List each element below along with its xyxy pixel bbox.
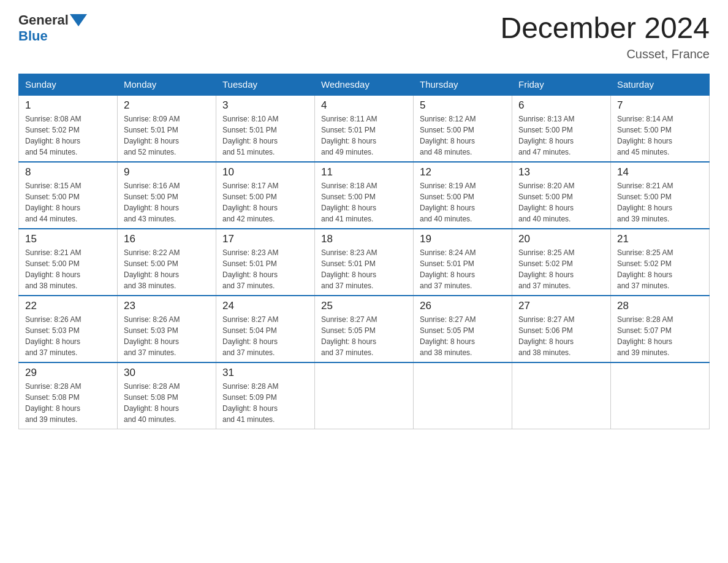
- day-info: Sunrise: 8:27 AMSunset: 5:05 PMDaylight:…: [321, 314, 407, 358]
- day-number: 5: [420, 99, 506, 112]
- day-info: Sunrise: 8:28 AMSunset: 5:08 PMDaylight:…: [25, 381, 111, 425]
- calendar-cell: 24Sunrise: 8:27 AMSunset: 5:04 PMDayligh…: [216, 296, 315, 362]
- day-info: Sunrise: 8:23 AMSunset: 5:01 PMDaylight:…: [222, 247, 308, 291]
- day-info: Sunrise: 8:28 AMSunset: 5:09 PMDaylight:…: [222, 381, 308, 425]
- calendar-cell: [611, 362, 710, 429]
- day-info: Sunrise: 8:21 AMSunset: 5:00 PMDaylight:…: [617, 180, 703, 224]
- day-info: Sunrise: 8:15 AMSunset: 5:00 PMDaylight:…: [25, 180, 111, 224]
- weekday-header-friday: Friday: [512, 74, 611, 95]
- day-number: 6: [518, 99, 604, 112]
- day-info: Sunrise: 8:11 AMSunset: 5:01 PMDaylight:…: [321, 113, 407, 158]
- day-info: Sunrise: 8:28 AMSunset: 5:08 PMDaylight:…: [124, 381, 210, 425]
- week-row-4: 22Sunrise: 8:26 AMSunset: 5:03 PMDayligh…: [19, 296, 710, 362]
- week-row-2: 8Sunrise: 8:15 AMSunset: 5:00 PMDaylight…: [19, 162, 710, 229]
- day-info: Sunrise: 8:09 AMSunset: 5:01 PMDaylight:…: [124, 113, 210, 158]
- week-row-1: 1Sunrise: 8:08 AMSunset: 5:02 PMDaylight…: [19, 95, 710, 162]
- calendar-cell: 28Sunrise: 8:28 AMSunset: 5:07 PMDayligh…: [611, 296, 710, 362]
- day-info: Sunrise: 8:21 AMSunset: 5:00 PMDaylight:…: [25, 247, 111, 291]
- day-number: 18: [321, 233, 407, 245]
- weekday-header-saturday: Saturday: [611, 74, 710, 95]
- day-info: Sunrise: 8:10 AMSunset: 5:01 PMDaylight:…: [222, 113, 308, 158]
- day-number: 21: [617, 233, 703, 245]
- calendar-cell: 9Sunrise: 8:16 AMSunset: 5:00 PMDaylight…: [118, 162, 216, 229]
- day-number: 17: [222, 233, 308, 245]
- calendar-cell: 10Sunrise: 8:17 AMSunset: 5:00 PMDayligh…: [216, 162, 315, 229]
- day-number: 25: [321, 300, 407, 312]
- day-info: Sunrise: 8:27 AMSunset: 5:04 PMDaylight:…: [222, 314, 308, 358]
- calendar-cell: 11Sunrise: 8:18 AMSunset: 5:00 PMDayligh…: [315, 162, 414, 229]
- day-info: Sunrise: 8:26 AMSunset: 5:03 PMDaylight:…: [25, 314, 111, 358]
- day-info: Sunrise: 8:28 AMSunset: 5:07 PMDaylight:…: [617, 314, 703, 358]
- calendar-cell: 18Sunrise: 8:23 AMSunset: 5:01 PMDayligh…: [315, 229, 414, 296]
- day-number: 10: [222, 166, 308, 178]
- day-number: 13: [518, 166, 604, 178]
- calendar-cell: 26Sunrise: 8:27 AMSunset: 5:05 PMDayligh…: [414, 296, 512, 362]
- calendar-cell: 6Sunrise: 8:13 AMSunset: 5:00 PMDaylight…: [512, 95, 611, 162]
- day-info: Sunrise: 8:27 AMSunset: 5:05 PMDaylight:…: [420, 314, 506, 358]
- day-info: Sunrise: 8:27 AMSunset: 5:06 PMDaylight:…: [518, 314, 604, 358]
- day-number: 1: [25, 99, 111, 112]
- calendar-cell: [315, 362, 414, 429]
- day-number: 15: [25, 233, 111, 245]
- calendar-cell: 4Sunrise: 8:11 AMSunset: 5:01 PMDaylight…: [315, 95, 414, 162]
- day-info: Sunrise: 8:26 AMSunset: 5:03 PMDaylight:…: [124, 314, 210, 358]
- calendar-cell: 12Sunrise: 8:19 AMSunset: 5:00 PMDayligh…: [414, 162, 512, 229]
- calendar-cell: 7Sunrise: 8:14 AMSunset: 5:00 PMDaylight…: [611, 95, 710, 162]
- calendar-cell: [512, 362, 611, 429]
- calendar-cell: 16Sunrise: 8:22 AMSunset: 5:00 PMDayligh…: [118, 229, 216, 296]
- day-info: Sunrise: 8:16 AMSunset: 5:00 PMDaylight:…: [124, 180, 210, 224]
- logo-general-text: General: [18, 12, 69, 28]
- title-area: December 2024 Cusset, France: [500, 12, 710, 61]
- day-info: Sunrise: 8:25 AMSunset: 5:02 PMDaylight:…: [518, 247, 604, 291]
- calendar-cell: 15Sunrise: 8:21 AMSunset: 5:00 PMDayligh…: [19, 229, 118, 296]
- calendar-table: SundayMondayTuesdayWednesdayThursdayFrid…: [18, 74, 710, 429]
- day-number: 31: [222, 367, 308, 379]
- day-info: Sunrise: 8:22 AMSunset: 5:00 PMDaylight:…: [124, 247, 210, 291]
- day-number: 11: [321, 166, 407, 178]
- day-number: 2: [124, 99, 210, 112]
- day-number: 12: [420, 166, 506, 178]
- weekday-header-wednesday: Wednesday: [315, 74, 414, 95]
- weekday-header-tuesday: Tuesday: [216, 74, 315, 95]
- calendar-cell: 1Sunrise: 8:08 AMSunset: 5:02 PMDaylight…: [19, 95, 118, 162]
- day-info: Sunrise: 8:12 AMSunset: 5:00 PMDaylight:…: [420, 113, 506, 158]
- day-number: 30: [124, 367, 210, 379]
- day-number: 9: [124, 166, 210, 178]
- day-number: 24: [222, 300, 308, 312]
- day-number: 23: [124, 300, 210, 312]
- day-info: Sunrise: 8:17 AMSunset: 5:00 PMDaylight:…: [222, 180, 308, 224]
- calendar-cell: 27Sunrise: 8:27 AMSunset: 5:06 PMDayligh…: [512, 296, 611, 362]
- day-info: Sunrise: 8:19 AMSunset: 5:00 PMDaylight:…: [420, 180, 506, 224]
- calendar-subtitle: Cusset, France: [500, 47, 710, 61]
- calendar-cell: 2Sunrise: 8:09 AMSunset: 5:01 PMDaylight…: [118, 95, 216, 162]
- day-info: Sunrise: 8:25 AMSunset: 5:02 PMDaylight:…: [617, 247, 703, 291]
- calendar-cell: 8Sunrise: 8:15 AMSunset: 5:00 PMDaylight…: [19, 162, 118, 229]
- day-number: 16: [124, 233, 210, 245]
- day-info: Sunrise: 8:14 AMSunset: 5:00 PMDaylight:…: [617, 113, 703, 158]
- page-header: General Blue December 2024 Cusset, Franc…: [18, 12, 710, 61]
- day-number: 22: [25, 300, 111, 312]
- calendar-cell: 22Sunrise: 8:26 AMSunset: 5:03 PMDayligh…: [19, 296, 118, 362]
- week-row-3: 15Sunrise: 8:21 AMSunset: 5:00 PMDayligh…: [19, 229, 710, 296]
- calendar-cell: 19Sunrise: 8:24 AMSunset: 5:01 PMDayligh…: [414, 229, 512, 296]
- day-info: Sunrise: 8:18 AMSunset: 5:00 PMDaylight:…: [321, 180, 407, 224]
- calendar-cell: 14Sunrise: 8:21 AMSunset: 5:00 PMDayligh…: [611, 162, 710, 229]
- day-number: 26: [420, 300, 506, 312]
- calendar-cell: 31Sunrise: 8:28 AMSunset: 5:09 PMDayligh…: [216, 362, 315, 429]
- week-row-5: 29Sunrise: 8:28 AMSunset: 5:08 PMDayligh…: [19, 362, 710, 429]
- weekday-header-monday: Monday: [118, 74, 216, 95]
- day-info: Sunrise: 8:08 AMSunset: 5:02 PMDaylight:…: [25, 113, 111, 158]
- logo-blue-text: Blue: [18, 28, 48, 44]
- day-number: 3: [222, 99, 308, 112]
- day-info: Sunrise: 8:20 AMSunset: 5:00 PMDaylight:…: [518, 180, 604, 224]
- day-number: 20: [518, 233, 604, 245]
- day-number: 4: [321, 99, 407, 112]
- calendar-cell: 5Sunrise: 8:12 AMSunset: 5:00 PMDaylight…: [414, 95, 512, 162]
- calendar-cell: 21Sunrise: 8:25 AMSunset: 5:02 PMDayligh…: [611, 229, 710, 296]
- weekday-header-row: SundayMondayTuesdayWednesdayThursdayFrid…: [19, 74, 710, 95]
- calendar-cell: 13Sunrise: 8:20 AMSunset: 5:00 PMDayligh…: [512, 162, 611, 229]
- calendar-title: December 2024: [500, 12, 710, 45]
- day-info: Sunrise: 8:13 AMSunset: 5:00 PMDaylight:…: [518, 113, 604, 158]
- calendar-cell: 25Sunrise: 8:27 AMSunset: 5:05 PMDayligh…: [315, 296, 414, 362]
- calendar-cell: [414, 362, 512, 429]
